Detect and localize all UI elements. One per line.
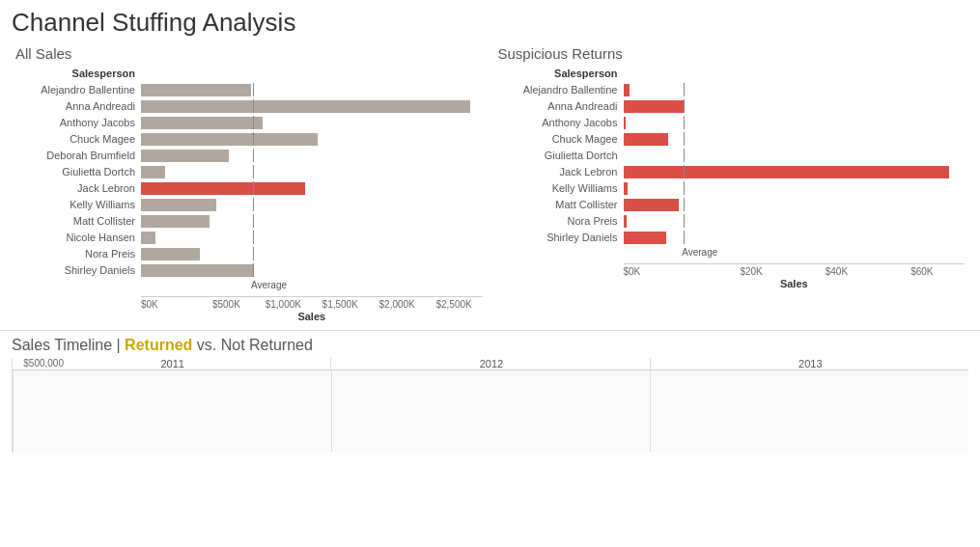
x-tick: $1,000K <box>255 299 312 310</box>
charts-row: All Sales Salesperson Alejandro Ballenti… <box>0 41 980 326</box>
timeline-chart-wrapper: 201120122013 <box>12 358 968 452</box>
table-row: Anna Andreadi <box>498 98 966 114</box>
salesperson-label: Matt Collister <box>15 215 141 227</box>
avg-line-on-row <box>253 247 254 260</box>
bar <box>624 117 627 129</box>
x-tick: $2,000K <box>369 299 426 310</box>
bar-area <box>624 83 966 96</box>
all-sales-x-label: Sales <box>141 311 483 322</box>
avg-line-on-row <box>253 99 254 113</box>
x-tick: $40K <box>794 266 879 277</box>
timeline-title: Sales Timeline | Returned vs. Not Return… <box>12 337 968 354</box>
avg-label-row: Average <box>498 246 966 261</box>
bar-area <box>141 198 483 211</box>
bar <box>141 232 155 244</box>
all-sales-x-axis: $0K$500K$1,000K$1,500K$2,000K$2,500K <box>141 296 483 310</box>
bar <box>624 133 669 146</box>
x-tick: $20K <box>709 266 794 277</box>
timeline-grid-line <box>331 370 332 452</box>
table-row: Giulietta Dortch <box>498 148 966 163</box>
table-row: Matt Collister <box>15 213 483 229</box>
year-label: 2012 <box>330 358 649 369</box>
bar <box>624 182 628 195</box>
bar <box>624 84 630 96</box>
bar <box>624 199 679 211</box>
avg-line-on-row <box>253 116 254 129</box>
salesperson-label: Kelly Williams <box>15 199 141 210</box>
salesperson-label: Nora Preis <box>15 248 141 260</box>
bar-area <box>141 263 483 277</box>
table-row: Nicole Hansen <box>15 230 483 245</box>
bar <box>141 133 318 146</box>
x-tick: $0K <box>141 299 198 310</box>
bar-area <box>624 231 966 244</box>
bar <box>141 150 229 162</box>
bar-area <box>624 214 966 228</box>
bar <box>624 166 950 178</box>
avg-line-on-row <box>684 99 685 113</box>
chart-header-row: Salesperson <box>15 66 483 81</box>
avg-line-on-row <box>253 165 254 178</box>
table-row: Jack Lebron <box>15 180 483 196</box>
avg-line-on-row <box>253 181 254 195</box>
salesperson-label: Matt Collister <box>498 199 624 210</box>
timeline-grid-line <box>13 370 14 452</box>
all-sales-bar-chart: Salesperson Alejandro Ballentine Anna An… <box>15 66 483 294</box>
suspicious-returns-section: Suspicious Returns Salesperson Alejandro… <box>490 41 973 326</box>
salesperson-label: Anna Andreadi <box>15 100 141 112</box>
table-row: Chuck Magee <box>498 131 966 147</box>
bar <box>141 264 253 277</box>
table-row: Shirley Daniels <box>15 262 483 278</box>
bar-area <box>624 198 966 211</box>
salesperson-label: Jack Lebron <box>498 166 624 178</box>
bar <box>624 215 627 228</box>
x-tick: $60K <box>880 266 965 277</box>
avg-line-on-row <box>253 214 254 228</box>
all-sales-section: All Sales Salesperson Alejandro Ballenti… <box>8 41 490 326</box>
timeline-vs-label: vs. Not Returned <box>197 337 313 353</box>
avg-line-on-row <box>684 116 685 129</box>
salesperson-label: Chuck Magee <box>498 133 624 145</box>
bar-area <box>624 165 966 178</box>
bar <box>141 199 216 211</box>
avg-line-on-row <box>253 198 254 211</box>
suspicious-returns-x-label: Sales <box>624 278 966 289</box>
bar-area <box>624 149 966 162</box>
timeline-returned-label: Returned <box>125 337 192 353</box>
avg-line-on-row <box>253 132 254 146</box>
avg-line-on-row <box>253 149 254 162</box>
bar <box>141 248 200 260</box>
table-row: Shirley Daniels <box>498 230 966 245</box>
salesperson-label: Anthony Jacobs <box>15 117 141 128</box>
salesperson-label: Anna Andreadi <box>498 100 624 112</box>
avg-label: Average <box>682 247 717 258</box>
salesperson-label: Alejandro Ballentine <box>498 84 624 96</box>
avg-line-on-row <box>684 132 685 146</box>
table-row: Alejandro Ballentine <box>15 82 483 97</box>
bar <box>141 182 305 195</box>
timeline-section: Sales Timeline | Returned vs. Not Return… <box>0 330 980 456</box>
timeline-year-row: 201120122013 <box>12 358 968 370</box>
table-row: Matt Collister <box>498 197 966 212</box>
avg-label-row: Average <box>15 279 483 294</box>
timeline-area-container: $500,000$400,000 201120122013 <box>12 358 968 452</box>
table-row: Nora Preis <box>15 246 483 261</box>
avg-line-on-row <box>253 83 254 96</box>
salesperson-label: Jack Lebron <box>15 182 141 194</box>
bar <box>624 232 666 244</box>
suspicious-returns-title: Suspicious Returns <box>498 45 966 62</box>
salesperson-label: Kelly Williams <box>498 182 624 194</box>
avg-line-on-row <box>684 83 685 96</box>
all-sales-title: All Sales <box>15 45 483 62</box>
bar-area <box>141 99 483 113</box>
suspicious-returns-x-axis: $0K$20K$40K$60K <box>624 263 966 277</box>
salesperson-label: Giulietta Dortch <box>498 150 624 161</box>
bar-area <box>141 83 483 96</box>
page-title: Channel Stuffing Analysis <box>0 0 980 41</box>
bar-area <box>141 116 483 129</box>
avg-line-on-row <box>684 181 685 195</box>
timeline-grid-line <box>650 370 651 452</box>
avg-line-on-row <box>684 231 685 244</box>
bar-area <box>624 181 966 195</box>
salesperson-label: Deborah Brumfield <box>15 150 141 161</box>
